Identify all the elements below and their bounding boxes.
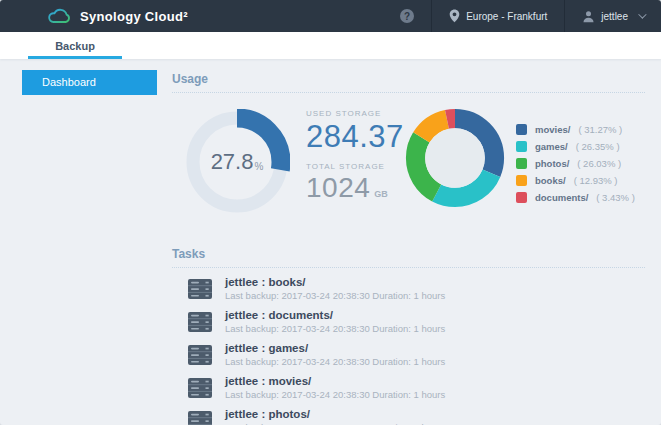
task-text: jettlee : documents/ Last backup: 2017-0…: [225, 309, 445, 334]
task-subtitle: Last backup: 2017-03-24 20:38:30 Duratio…: [225, 356, 445, 367]
task-text: jettlee : books/ Last backup: 2017-03-24…: [225, 276, 445, 301]
donut-chart: [404, 107, 506, 209]
tab-bar: Backup: [0, 32, 661, 59]
task-row[interactable]: jettlee : movies/ Last backup: 2017-03-2…: [172, 371, 645, 404]
user-menu[interactable]: jettlee: [565, 0, 661, 32]
user-avatar-icon: [582, 10, 595, 23]
region-selector[interactable]: Europe - Frankfurt: [432, 0, 564, 32]
legend-percent: ( 12.93% ): [574, 175, 618, 186]
tasks-section-title: Tasks: [172, 247, 645, 268]
synology-cloud-logo-icon: [46, 7, 72, 25]
task-row[interactable]: jettlee : photos/ Last backup: 2017-03-2…: [172, 404, 645, 425]
sidebar-item-dashboard[interactable]: Dashboard: [22, 70, 157, 95]
legend-percent: ( 31.27% ): [578, 124, 622, 135]
brand: Synology Cloud²: [46, 7, 188, 25]
legend-folder-name: games/: [535, 141, 568, 152]
task-text: jettlee : movies/ Last backup: 2017-03-2…: [225, 375, 445, 400]
gauge-percent-unit: %: [254, 161, 263, 172]
main-panel: Usage 27.8% USED STORAGE 284.37 GB: [172, 59, 645, 425]
server-icon: [188, 411, 212, 425]
help-button[interactable]: ?: [383, 0, 431, 32]
task-title: jettlee : photos/: [225, 408, 445, 420]
legend-swatch: [516, 175, 527, 186]
usage-section-title: Usage: [172, 72, 645, 93]
task-text: jettlee : games/ Last backup: 2017-03-24…: [225, 342, 445, 367]
username-label: jettlee: [601, 11, 628, 22]
chevron-down-icon: [638, 10, 646, 18]
legend-folder-name: documents/: [535, 192, 588, 203]
usage-section: Usage 27.8% USED STORAGE 284.37 GB: [172, 72, 645, 241]
legend-item: documents/ ( 3.43% ): [516, 189, 635, 206]
task-subtitle: Last backup: 2017-03-24 20:38:30 Duratio…: [225, 323, 445, 334]
task-subtitle: Last backup: 2017-03-24 20:38:30 Duratio…: [225, 290, 445, 301]
task-row[interactable]: jettlee : documents/ Last backup: 2017-0…: [172, 305, 645, 338]
legend-swatch: [516, 124, 527, 135]
usage-body: 27.8% USED STORAGE 284.37 GB TOTAL STORA…: [172, 93, 645, 241]
legend-swatch: [516, 192, 527, 203]
app-title: Synology Cloud²: [80, 9, 188, 24]
task-title: jettlee : games/: [225, 342, 445, 354]
task-row[interactable]: jettlee : books/ Last backup: 2017-03-24…: [172, 272, 645, 305]
server-icon: [188, 279, 212, 299]
legend-item: games/ ( 26.35% ): [516, 138, 635, 155]
donut-legend: movies/ ( 31.27% ) games/ ( 26.35% ) pho…: [516, 121, 635, 206]
sidebar: Dashboard: [0, 59, 165, 95]
task-title: jettlee : movies/: [225, 375, 445, 387]
server-icon: [188, 378, 212, 398]
legend-percent: ( 26.03% ): [577, 158, 621, 169]
gauge-percent-value: 27.8: [211, 149, 254, 175]
content-area: Dashboard Usage 27.8% USED STORAGE: [0, 59, 661, 425]
task-list: jettlee : books/ Last backup: 2017-03-24…: [172, 272, 645, 425]
tab-backup[interactable]: Backup: [28, 32, 122, 59]
legend-item: photos/ ( 26.03% ): [516, 155, 635, 172]
task-text: jettlee : photos/ Last backup: 2017-03-2…: [225, 408, 445, 425]
server-icon: [188, 312, 212, 332]
total-storage-number: 1024: [306, 172, 370, 204]
help-icon: ?: [400, 9, 414, 23]
region-label: Europe - Frankfurt: [466, 11, 547, 22]
task-title: jettlee : documents/: [225, 309, 445, 321]
used-percentage-gauge: 27.8%: [184, 109, 290, 215]
legend-folder-name: photos/: [535, 158, 569, 169]
tab-backup-label: Backup: [55, 40, 95, 52]
app-window: Synology Cloud² ? Europe - Frankfurt jet…: [0, 0, 661, 425]
usage-donut-chart: [404, 107, 506, 209]
task-title: jettlee : books/: [225, 276, 445, 288]
location-pin-icon: [449, 9, 460, 23]
top-header: Synology Cloud² ? Europe - Frankfurt jet…: [0, 0, 661, 32]
tasks-section: Tasks jettlee : books/ Last backup: 2017…: [172, 247, 645, 425]
legend-folder-name: books/: [535, 175, 566, 186]
legend-item: movies/ ( 31.27% ): [516, 121, 635, 138]
legend-swatch: [516, 158, 527, 169]
legend-folder-name: movies/: [535, 124, 570, 135]
header-actions: ? Europe - Frankfurt jettlee: [383, 0, 661, 32]
task-row[interactable]: jettlee : games/ Last backup: 2017-03-24…: [172, 338, 645, 371]
server-icon: [188, 345, 212, 365]
total-storage-unit: GB: [374, 189, 388, 199]
legend-percent: ( 3.43% ): [596, 192, 635, 203]
used-storage-number: 284.37: [306, 119, 404, 155]
legend-item: books/ ( 12.93% ): [516, 172, 635, 189]
legend-percent: ( 26.35% ): [576, 141, 620, 152]
legend-swatch: [516, 141, 527, 152]
gauge-percent: 27.8%: [184, 109, 290, 215]
task-subtitle: Last backup: 2017-03-24 20:38:30 Duratio…: [225, 389, 445, 400]
